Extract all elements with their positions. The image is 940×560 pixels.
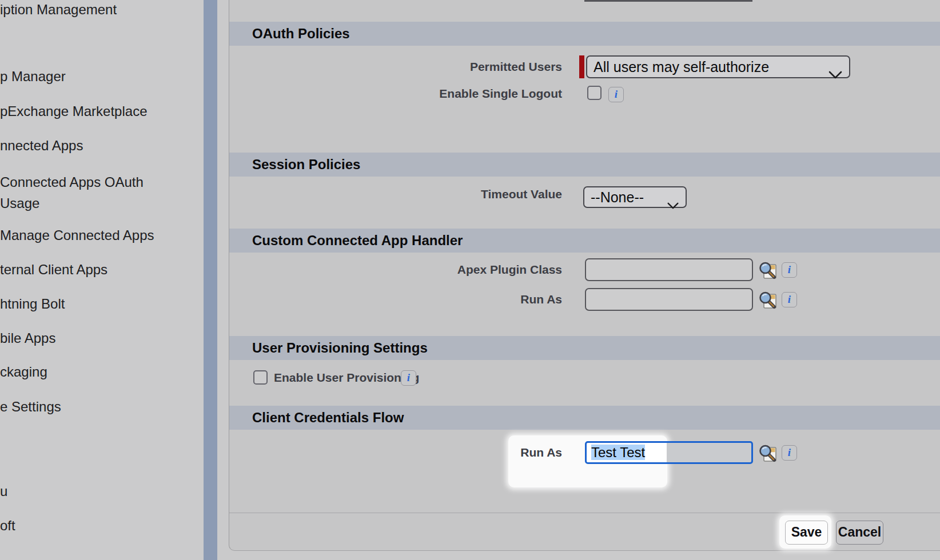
apex-plugin-class-label: Apex Plugin Class xyxy=(229,258,562,281)
enable-single-logout-checkbox[interactable] xyxy=(587,86,602,100)
sidebar-item-truncated-2[interactable]: oft xyxy=(0,517,204,534)
handler-run-as-input[interactable] xyxy=(585,288,753,311)
client-credentials-run-as-input[interactable]: Test Test xyxy=(585,441,753,464)
required-field-marker xyxy=(579,55,584,78)
sidebar-item-packaging[interactable]: ckaging xyxy=(0,363,204,381)
info-icon[interactable]: i xyxy=(782,292,797,307)
section-header-session-policies: Session Policies xyxy=(229,153,940,177)
permitted-users-label: Permitted Users xyxy=(229,55,562,78)
truncated-field-above xyxy=(584,0,752,2)
enable-single-logout-label: Enable Single Logout xyxy=(229,82,562,105)
sidebar-item-site-settings[interactable]: e Settings xyxy=(0,398,204,415)
sidebar-divider-bar xyxy=(204,0,217,560)
chevron-down-icon xyxy=(667,194,679,214)
info-icon[interactable]: i xyxy=(608,87,624,102)
apex-plugin-class-input[interactable] xyxy=(585,258,753,281)
sidebar-item-connected-apps[interactable]: nnected Apps xyxy=(0,137,204,154)
lookup-magnifier-icon[interactable] xyxy=(758,290,778,310)
info-icon[interactable]: i xyxy=(401,370,416,386)
enable-user-provisioning-checkbox[interactable] xyxy=(253,370,268,385)
info-icon[interactable]: i xyxy=(782,262,797,278)
section-header-oauth-policies: OAuth Policies xyxy=(229,22,940,46)
cancel-button[interactable]: Cancel xyxy=(836,521,883,545)
sidebar-item-manage-connected-apps[interactable]: Manage Connected Apps xyxy=(0,227,204,244)
chevron-down-icon xyxy=(829,63,842,84)
save-button[interactable]: Save xyxy=(785,521,828,545)
client-credentials-run-as-label: Run As xyxy=(229,441,562,464)
sidebar-item-external-client-apps[interactable]: ternal Client Apps xyxy=(0,261,204,278)
sidebar-item-truncated-1[interactable]: u xyxy=(0,483,204,500)
sidebar-item-app-manager[interactable]: p Manager xyxy=(0,68,204,85)
timeout-selected-value: --None-- xyxy=(591,189,644,205)
info-icon[interactable]: i xyxy=(782,445,797,461)
permitted-users-selected-value: All users may self-authorize xyxy=(594,59,769,75)
lookup-magnifier-icon[interactable] xyxy=(758,260,778,280)
permitted-users-select[interactable]: All users may self-authorize xyxy=(586,55,850,78)
section-header-client-credentials-flow: Client Credentials Flow xyxy=(229,406,940,430)
selected-text: Test Test xyxy=(591,445,645,460)
footer-divider xyxy=(229,513,940,513)
sidebar-item-connected-apps-oauth-usage[interactable]: Connected Apps OAuth Usage xyxy=(0,171,204,214)
lookup-magnifier-icon[interactable] xyxy=(758,443,778,463)
sidebar-item-mobile-apps[interactable]: bile Apps xyxy=(0,330,204,347)
enable-user-provisioning-label: Enable User Provisioning xyxy=(274,369,419,386)
timeout-value-label: Timeout Value xyxy=(229,183,562,206)
sidebar-item-appexchange-marketplace[interactable]: pExchange Marketplace xyxy=(0,103,204,120)
section-header-custom-connected-app-handler: Custom Connected App Handler xyxy=(229,229,940,253)
handler-run-as-label: Run As xyxy=(229,288,562,311)
timeout-value-select[interactable]: --None-- xyxy=(583,186,687,208)
setup-sidebar: iption Management p Manager pExchange Ma… xyxy=(0,0,204,560)
connected-app-edit-panel: OAuth Policies Permitted Users All users… xyxy=(229,0,940,551)
sidebar-item-subscription-management[interactable]: iption Management xyxy=(0,1,204,18)
section-header-user-provisioning-settings: User Provisioning Settings xyxy=(229,336,940,360)
sidebar-item-lightning-bolt[interactable]: htning Bolt xyxy=(0,295,204,313)
